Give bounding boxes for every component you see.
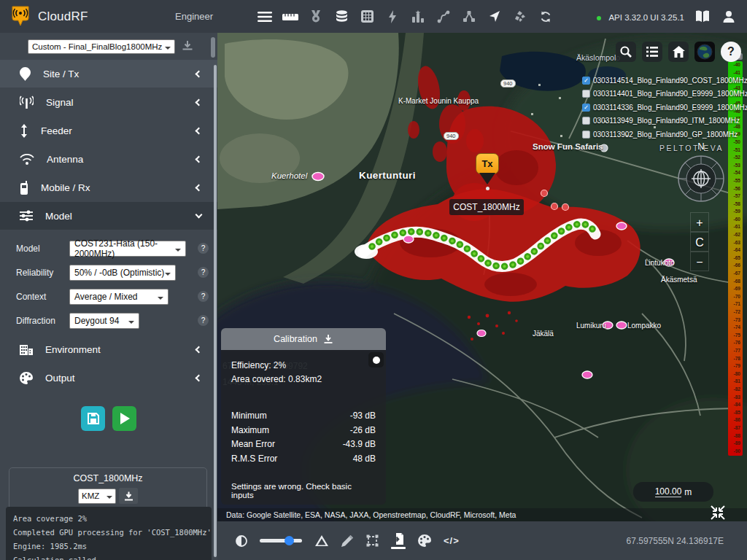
- lightning-icon[interactable]: [384, 9, 400, 25]
- diffraction-select[interactable]: Deygout 94: [69, 313, 139, 329]
- chevron-down-icon: [128, 321, 134, 327]
- search-button[interactable]: [616, 42, 636, 62]
- tx-site-marker[interactable]: Tx: [474, 153, 500, 190]
- legend-tick: -60: [728, 216, 743, 224]
- legend-tick: -62: [728, 231, 743, 239]
- layer-row[interactable]: 0303114336_Blog_Finland90_E9999_1800MHz: [582, 101, 743, 114]
- sidebar-item-site-tx[interactable]: Site / Tx: [0, 60, 217, 88]
- database-icon[interactable]: [333, 9, 349, 25]
- log-console[interactable]: Area coverage 2%Completed GPU processing…: [6, 507, 212, 560]
- fullscreen-icon[interactable]: [709, 505, 727, 521]
- docs-book-icon[interactable]: [694, 9, 711, 25]
- home-button[interactable]: [668, 42, 689, 62]
- zoom-out-button[interactable]: −: [690, 252, 709, 271]
- road-number-badge: 940: [444, 132, 459, 140]
- calibration-toggle[interactable]: [368, 352, 384, 368]
- diffraction-help-button[interactable]: ?: [198, 315, 209, 326]
- layer-checkbox[interactable]: [582, 90, 590, 98]
- model-help-button[interactable]: ?: [198, 243, 209, 254]
- tx-marker-icon[interactable]: Tx: [476, 153, 499, 174]
- chevron-down-icon: [158, 297, 163, 303]
- sidebar-item-output[interactable]: Output: [0, 364, 217, 392]
- export-file-icon[interactable]: [391, 533, 406, 549]
- sidebar-item-model[interactable]: Model: [0, 202, 217, 230]
- compass-control[interactable]: N: [676, 141, 727, 152]
- layer-checkbox[interactable]: [582, 131, 590, 139]
- layer-checkbox[interactable]: [582, 77, 590, 85]
- navigate-icon[interactable]: [487, 9, 503, 25]
- download-result-button[interactable]: [119, 488, 138, 504]
- download-icon: [124, 491, 133, 501]
- legend-tick: -52: [728, 154, 743, 162]
- layer-row[interactable]: 0303113949_Blog_Finland90_ITM_1800MHz: [582, 114, 743, 128]
- reliability-help-button[interactable]: ?: [198, 267, 209, 278]
- chevron-down-icon: [175, 249, 181, 254]
- style-palette-icon[interactable]: [418, 534, 431, 547]
- format-select[interactable]: KMZ: [78, 489, 116, 504]
- sidebar-item-signal[interactable]: Signal: [0, 88, 217, 116]
- model-select[interactable]: COST231-Hata (150-2000MHz): [69, 241, 186, 257]
- template-select[interactable]: Custom - Final_FinalBlog1800MHz: [28, 39, 175, 54]
- reliability-field-label: Reliability: [16, 268, 69, 278]
- layer-list-button[interactable]: [642, 42, 662, 62]
- download-icon[interactable]: [323, 334, 333, 344]
- grid-icon[interactable]: [359, 9, 375, 25]
- console-scrollbar[interactable]: [211, 37, 215, 58]
- reliability-select[interactable]: 50% / -0dB (Optimistic): [69, 265, 176, 281]
- sidebar-item-environment[interactable]: Environment: [0, 335, 217, 363]
- palette-icon: [20, 372, 33, 384]
- template-download-icon[interactable]: [182, 40, 193, 54]
- draw-pencil-icon[interactable]: [341, 534, 354, 547]
- signal-tower-icon: [20, 96, 34, 109]
- map-area[interactable]: ? 0303114514_Blog_Finland90_COST_1800MHz…: [217, 33, 747, 521]
- result-title: COST_1800MHz: [9, 473, 206, 483]
- calibration-header[interactable]: Calibration: [221, 328, 386, 350]
- contrast-icon[interactable]: [236, 535, 247, 547]
- basemap-globe-button[interactable]: [694, 42, 715, 62]
- legend-tick: -74: [728, 324, 743, 332]
- layer-row[interactable]: 0303113902_Blog_Finland90_GP_1800MHz: [582, 128, 743, 141]
- legend-tick: -54: [728, 169, 743, 177]
- user-account-icon[interactable]: [721, 9, 737, 25]
- context-select[interactable]: Average / Mixed: [69, 289, 169, 305]
- efficiency-label: Efficiency:: [231, 360, 271, 370]
- model-field-row: Model COST231-Hata (150-2000MHz) ?: [0, 236, 217, 260]
- legend-tick: -55: [728, 177, 743, 185]
- save-button[interactable]: [81, 406, 105, 431]
- polygon-select-icon[interactable]: [366, 534, 379, 547]
- chevron-down-icon: [165, 47, 171, 52]
- best-server-icon[interactable]: [410, 9, 426, 25]
- menu-icon[interactable]: [257, 9, 273, 25]
- opacity-slider[interactable]: [260, 539, 302, 542]
- sliders-icon: [20, 210, 33, 222]
- place-label: Äkäsmetsä: [661, 276, 697, 284]
- sidebar-item-mobile-rx[interactable]: Mobile / Rx: [0, 174, 217, 201]
- zoom-reset-button[interactable]: C: [690, 232, 709, 252]
- ruler-icon[interactable]: [282, 9, 298, 25]
- sidebar-scrollbar[interactable]: [214, 65, 217, 557]
- slider-thumb[interactable]: [285, 536, 294, 545]
- legend-tick: -58: [728, 201, 743, 209]
- chevron-down-icon: [196, 211, 203, 219]
- context-help-button[interactable]: ?: [198, 291, 209, 302]
- layer-row[interactable]: 0303114514_Blog_Finland90_COST_1800MHz: [582, 74, 743, 88]
- run-button[interactable]: [112, 406, 136, 431]
- map-scale-input[interactable]: 100.00 m: [633, 482, 713, 502]
- medal-icon[interactable]: [308, 9, 324, 25]
- route-icon[interactable]: [436, 9, 452, 25]
- topbar-toolbar: [257, 9, 554, 25]
- list-icon: [646, 47, 658, 57]
- sidebar-item-feeder[interactable]: Feeder: [0, 117, 217, 144]
- layer-checkbox[interactable]: [582, 104, 590, 112]
- zoom-in-button[interactable]: +: [690, 212, 709, 232]
- sidebar-item-antenna[interactable]: Antenna: [0, 145, 217, 173]
- layer-checkbox[interactable]: [582, 117, 590, 125]
- result-card: COST_1800MHz KMZ: [9, 467, 207, 511]
- interference-icon[interactable]: [512, 9, 528, 25]
- mesh-icon[interactable]: [461, 9, 477, 25]
- terrain-triangle-icon[interactable]: [314, 534, 329, 547]
- recycle-icon[interactable]: [538, 9, 554, 25]
- help-button[interactable]: ?: [721, 42, 741, 62]
- api-code-icon[interactable]: </>: [444, 535, 460, 546]
- layer-row[interactable]: 0303114401_Blog_Finland90_E9999_1800MHz: [582, 88, 743, 101]
